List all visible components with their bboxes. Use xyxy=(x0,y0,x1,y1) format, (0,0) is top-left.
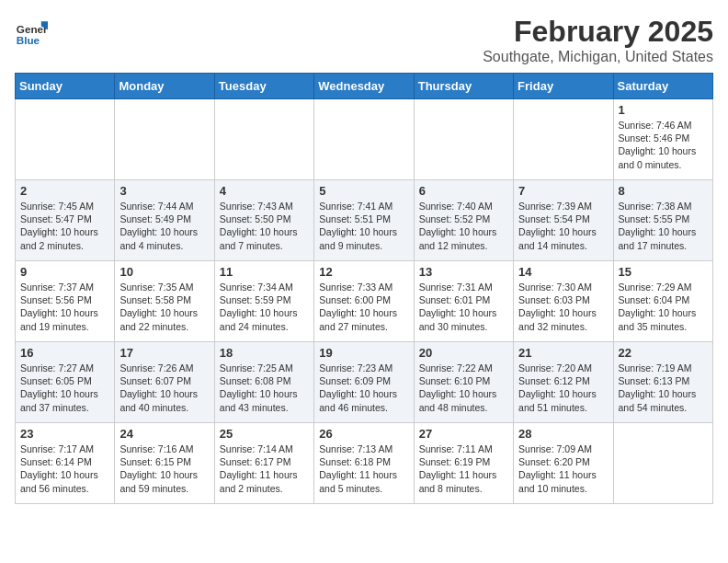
calendar-cell: 18Sunrise: 7:25 AM Sunset: 6:08 PM Dayli… xyxy=(214,342,313,423)
calendar-cell: 17Sunrise: 7:26 AM Sunset: 6:07 PM Dayli… xyxy=(115,342,214,423)
day-number: 2 xyxy=(20,184,109,198)
day-info: Sunrise: 7:33 AM Sunset: 6:00 PM Dayligh… xyxy=(319,281,408,333)
day-info: Sunrise: 7:34 AM Sunset: 5:59 PM Dayligh… xyxy=(220,281,309,333)
calendar-cell: 7Sunrise: 7:39 AM Sunset: 5:54 PM Daylig… xyxy=(514,180,613,261)
day-info: Sunrise: 7:40 AM Sunset: 5:52 PM Dayligh… xyxy=(419,200,508,252)
weekday-header-monday: Monday xyxy=(115,74,214,99)
calendar-cell: 25Sunrise: 7:14 AM Sunset: 6:17 PM Dayli… xyxy=(214,423,313,504)
weekday-header-saturday: Saturday xyxy=(613,74,712,99)
calendar-cell: 5Sunrise: 7:41 AM Sunset: 5:51 PM Daylig… xyxy=(314,180,414,261)
day-number: 15 xyxy=(619,265,708,279)
calendar-cell: 1Sunrise: 7:46 AM Sunset: 5:46 PM Daylig… xyxy=(613,99,712,180)
day-number: 10 xyxy=(119,265,209,279)
calendar-week-row: 16Sunrise: 7:27 AM Sunset: 6:05 PM Dayli… xyxy=(16,342,713,423)
calendar-cell xyxy=(414,99,513,180)
calendar-cell: 28Sunrise: 7:09 AM Sunset: 6:20 PM Dayli… xyxy=(514,423,613,504)
day-info: Sunrise: 7:35 AM Sunset: 5:58 PM Dayligh… xyxy=(119,281,209,333)
day-info: Sunrise: 7:11 AM Sunset: 6:19 PM Dayligh… xyxy=(419,442,508,495)
calendar-cell: 4Sunrise: 7:43 AM Sunset: 5:50 PM Daylig… xyxy=(214,180,313,261)
day-info: Sunrise: 7:31 AM Sunset: 6:01 PM Dayligh… xyxy=(419,281,508,333)
calendar-cell: 15Sunrise: 7:29 AM Sunset: 6:04 PM Dayli… xyxy=(613,261,712,342)
calendar-cell: 2Sunrise: 7:45 AM Sunset: 5:47 PM Daylig… xyxy=(16,180,115,261)
calendar-cell: 16Sunrise: 7:27 AM Sunset: 6:05 PM Dayli… xyxy=(16,342,115,423)
weekday-header-row: SundayMondayTuesdayWednesdayThursdayFrid… xyxy=(16,74,713,99)
calendar-cell: 22Sunrise: 7:19 AM Sunset: 6:13 PM Dayli… xyxy=(613,342,712,423)
day-number: 4 xyxy=(220,184,309,198)
calendar-cell: 26Sunrise: 7:13 AM Sunset: 6:18 PM Dayli… xyxy=(314,423,414,504)
day-info: Sunrise: 7:39 AM Sunset: 5:54 PM Dayligh… xyxy=(518,200,608,252)
header: General Blue February 2025 Southgate, Mi… xyxy=(15,15,713,65)
day-number: 22 xyxy=(619,346,708,360)
main-title: February 2025 xyxy=(483,15,713,49)
day-number: 23 xyxy=(20,427,109,441)
calendar-cell: 24Sunrise: 7:16 AM Sunset: 6:15 PM Dayli… xyxy=(115,423,214,504)
calendar-cell: 10Sunrise: 7:35 AM Sunset: 5:58 PM Dayli… xyxy=(115,261,214,342)
day-info: Sunrise: 7:13 AM Sunset: 6:18 PM Dayligh… xyxy=(319,442,408,495)
day-info: Sunrise: 7:38 AM Sunset: 5:55 PM Dayligh… xyxy=(619,200,708,252)
day-number: 27 xyxy=(419,427,508,441)
calendar-cell xyxy=(613,423,712,504)
day-info: Sunrise: 7:25 AM Sunset: 6:08 PM Dayligh… xyxy=(220,362,309,414)
logo: General Blue xyxy=(15,15,51,48)
weekday-header-wednesday: Wednesday xyxy=(314,74,414,99)
calendar-week-row: 2Sunrise: 7:45 AM Sunset: 5:47 PM Daylig… xyxy=(16,180,713,261)
day-info: Sunrise: 7:46 AM Sunset: 5:46 PM Dayligh… xyxy=(619,119,708,171)
day-info: Sunrise: 7:27 AM Sunset: 6:05 PM Dayligh… xyxy=(20,362,109,414)
calendar-cell xyxy=(514,99,613,180)
calendar-cell: 6Sunrise: 7:40 AM Sunset: 5:52 PM Daylig… xyxy=(414,180,513,261)
calendar-week-row: 1Sunrise: 7:46 AM Sunset: 5:46 PM Daylig… xyxy=(16,99,713,180)
day-number: 12 xyxy=(319,265,408,279)
weekday-header-friday: Friday xyxy=(514,74,613,99)
day-number: 13 xyxy=(419,265,508,279)
calendar-cell xyxy=(214,99,313,180)
day-info: Sunrise: 7:26 AM Sunset: 6:07 PM Dayligh… xyxy=(119,362,209,414)
day-number: 20 xyxy=(419,346,508,360)
calendar-cell: 3Sunrise: 7:44 AM Sunset: 5:49 PM Daylig… xyxy=(115,180,214,261)
calendar-week-row: 23Sunrise: 7:17 AM Sunset: 6:14 PM Dayli… xyxy=(16,423,713,504)
day-info: Sunrise: 7:45 AM Sunset: 5:47 PM Dayligh… xyxy=(20,200,109,252)
calendar-cell: 12Sunrise: 7:33 AM Sunset: 6:00 PM Dayli… xyxy=(314,261,414,342)
day-number: 19 xyxy=(319,346,408,360)
calendar-week-row: 9Sunrise: 7:37 AM Sunset: 5:56 PM Daylig… xyxy=(16,261,713,342)
day-number: 16 xyxy=(20,346,109,360)
calendar-cell: 9Sunrise: 7:37 AM Sunset: 5:56 PM Daylig… xyxy=(16,261,115,342)
day-info: Sunrise: 7:20 AM Sunset: 6:12 PM Dayligh… xyxy=(518,362,608,414)
day-info: Sunrise: 7:19 AM Sunset: 6:13 PM Dayligh… xyxy=(619,362,708,414)
calendar-cell: 8Sunrise: 7:38 AM Sunset: 5:55 PM Daylig… xyxy=(613,180,712,261)
calendar-cell: 14Sunrise: 7:30 AM Sunset: 6:03 PM Dayli… xyxy=(514,261,613,342)
day-number: 21 xyxy=(518,346,608,360)
svg-text:Blue: Blue xyxy=(17,34,40,46)
weekday-header-thursday: Thursday xyxy=(414,74,513,99)
day-number: 6 xyxy=(419,184,508,198)
day-number: 17 xyxy=(119,346,209,360)
day-info: Sunrise: 7:09 AM Sunset: 6:20 PM Dayligh… xyxy=(518,442,608,495)
day-number: 8 xyxy=(619,184,708,198)
day-number: 5 xyxy=(319,184,408,198)
day-info: Sunrise: 7:16 AM Sunset: 6:15 PM Dayligh… xyxy=(119,442,209,495)
day-info: Sunrise: 7:29 AM Sunset: 6:04 PM Dayligh… xyxy=(619,281,708,333)
day-number: 26 xyxy=(319,427,408,441)
day-number: 1 xyxy=(619,103,708,117)
day-info: Sunrise: 7:43 AM Sunset: 5:50 PM Dayligh… xyxy=(220,200,309,252)
logo-icon: General Blue xyxy=(15,15,48,48)
day-number: 9 xyxy=(20,265,109,279)
day-info: Sunrise: 7:17 AM Sunset: 6:14 PM Dayligh… xyxy=(20,442,109,495)
calendar-cell: 13Sunrise: 7:31 AM Sunset: 6:01 PM Dayli… xyxy=(414,261,513,342)
weekday-header-tuesday: Tuesday xyxy=(214,74,313,99)
day-number: 24 xyxy=(119,427,209,441)
calendar-cell: 23Sunrise: 7:17 AM Sunset: 6:14 PM Dayli… xyxy=(16,423,115,504)
calendar-cell: 21Sunrise: 7:20 AM Sunset: 6:12 PM Dayli… xyxy=(514,342,613,423)
weekday-header-sunday: Sunday xyxy=(16,74,115,99)
day-number: 11 xyxy=(220,265,309,279)
day-info: Sunrise: 7:14 AM Sunset: 6:17 PM Dayligh… xyxy=(220,442,309,495)
calendar-cell xyxy=(16,99,115,180)
day-info: Sunrise: 7:41 AM Sunset: 5:51 PM Dayligh… xyxy=(319,200,408,252)
day-number: 7 xyxy=(518,184,608,198)
subtitle: Southgate, Michigan, United States xyxy=(483,49,713,65)
title-area: February 2025 Southgate, Michigan, Unite… xyxy=(483,15,713,65)
day-number: 28 xyxy=(518,427,608,441)
day-info: Sunrise: 7:30 AM Sunset: 6:03 PM Dayligh… xyxy=(518,281,608,333)
calendar-cell: 19Sunrise: 7:23 AM Sunset: 6:09 PM Dayli… xyxy=(314,342,414,423)
calendar-cell xyxy=(115,99,214,180)
day-info: Sunrise: 7:23 AM Sunset: 6:09 PM Dayligh… xyxy=(319,362,408,414)
